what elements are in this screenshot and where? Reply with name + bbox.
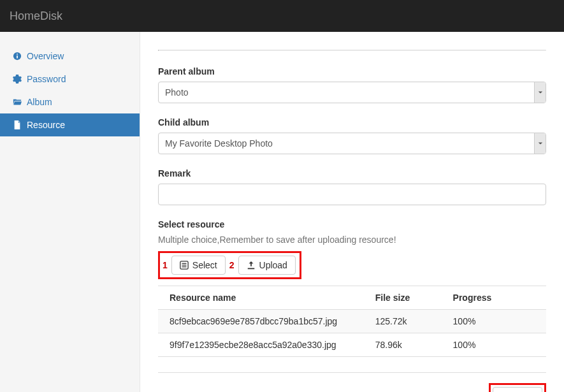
file-icon: [13, 120, 22, 129]
sidebar-item-label: Album: [27, 97, 52, 107]
main-content: Parent album Photo Child album My Favori…: [140, 32, 564, 392]
sidebar-item-password[interactable]: Password: [0, 68, 140, 91]
gear-icon: [13, 75, 22, 83]
svg-rect-1: [17, 55, 18, 58]
brand[interactable]: HomeDisk: [10, 10, 62, 23]
parent-album-value: Photo: [165, 87, 189, 98]
annotation-box-save: Save: [489, 383, 546, 392]
annotation-box-buttons: 1 Select 2 Upload: [158, 251, 301, 279]
select-button[interactable]: Select: [171, 256, 226, 275]
cell-name: 8cf9ebcac969e9e7857dbcc79ba1bc57.jpg: [158, 310, 364, 333]
sidebar-item-label: Resource: [27, 120, 65, 130]
upload-button[interactable]: Upload: [238, 256, 296, 275]
cell-progress: 100%: [442, 333, 546, 357]
table-row: 9f9f7e12395ecbe28e8acc5a92a0e330.jpg 78.…: [158, 333, 546, 357]
hint-text: Multiple choice,Remember to save after u…: [158, 235, 546, 245]
parent-album-label: Parent album: [158, 66, 546, 76]
sidebar-item-label: Overview: [27, 51, 64, 61]
child-album-label: Child album: [158, 117, 546, 127]
table-row: 8cf9ebcac969e9e7857dbcc79ba1bc57.jpg 125…: [158, 310, 546, 333]
resource-table: Resource name File size Progress 8cf9ebc…: [158, 286, 546, 357]
sidebar-item-overview[interactable]: Overview: [0, 45, 140, 68]
parent-album-select[interactable]: Photo: [158, 82, 546, 103]
divider: [158, 50, 546, 51]
cell-progress: 100%: [442, 310, 546, 333]
sidebar-item-label: Password: [27, 74, 66, 84]
sidebar-item-album[interactable]: Album: [0, 91, 140, 113]
cell-size: 125.72k: [364, 310, 442, 333]
chevron-down-icon: [534, 133, 546, 154]
child-album-value: My Favorite Desktop Photo: [165, 138, 273, 149]
remark-label: Remark: [158, 168, 546, 178]
select-button-label: Select: [192, 260, 217, 270]
svg-point-2: [17, 54, 18, 55]
sidebar: Overview Password Album Resource: [0, 32, 140, 392]
col-file-size: File size: [364, 286, 442, 310]
annotation-number-2: 2: [229, 260, 235, 270]
list-icon: [180, 261, 189, 270]
child-album-select[interactable]: My Favorite Desktop Photo: [158, 133, 546, 154]
select-resource-label: Select resource: [158, 219, 546, 229]
cell-size: 78.96k: [364, 333, 442, 357]
folder-open-icon: [13, 98, 22, 106]
col-progress: Progress: [442, 286, 546, 310]
upload-button-label: Upload: [259, 260, 287, 270]
header: HomeDisk: [0, 0, 564, 32]
annotation-number-1: 1: [163, 260, 168, 270]
cell-name: 9f9f7e12395ecbe28e8acc5a92a0e330.jpg: [158, 333, 364, 357]
remark-input[interactable]: [158, 184, 546, 205]
col-resource-name: Resource name: [158, 286, 364, 310]
info-circle-icon: [13, 52, 22, 61]
save-button[interactable]: Save: [493, 387, 542, 392]
upload-icon: [247, 261, 256, 270]
sidebar-item-resource[interactable]: Resource: [0, 113, 140, 136]
footer: 3 Save: [158, 372, 546, 392]
chevron-down-icon: [534, 82, 546, 103]
